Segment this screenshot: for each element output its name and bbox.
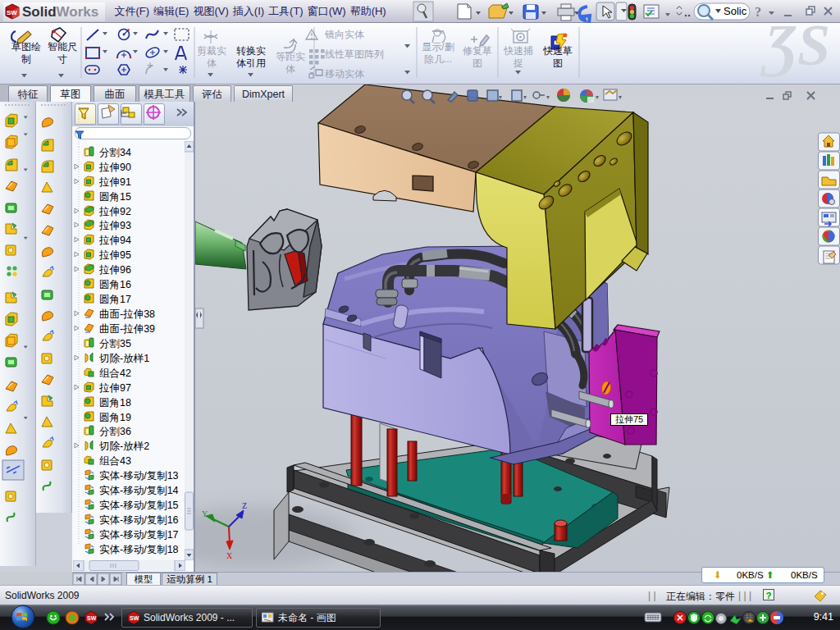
svg-text:实体-移动/复制17: 实体-移动/复制17 [99,529,179,541]
svg-text:分割35: 分割35 [99,338,131,349]
svg-text:SW: SW [87,615,97,621]
svg-text:拉伸91: 拉伸91 [98,176,131,188]
svg-text:拉伸96: 拉伸96 [98,264,131,276]
svg-text:圆角16: 圆角16 [99,279,131,290]
svg-text:切除-放样1: 切除-放样1 [98,353,149,364]
svg-text:圆角15: 圆角15 [99,191,131,203]
svg-text:拉伸90: 拉伸90 [98,162,131,173]
svg-text:SolidWorks: SolidWorks [22,4,98,20]
svg-text:分割34: 分割34 [99,147,131,158]
svg-text:拉伸92: 拉伸92 [98,206,131,217]
svg-text:拉伸97: 拉伸97 [98,382,131,394]
svg-text:曲面-拉伸38: 曲面-拉伸38 [99,308,155,320]
svg-text:实体-移动/复制14: 实体-移动/复制14 [99,485,179,496]
svg-text:实体-移动/复制18: 实体-移动/复制18 [99,544,179,555]
svg-text:圆角18: 圆角18 [99,397,131,409]
svg-text:?: ? [755,5,761,19]
svg-text:SW: SW [130,615,139,621]
svg-text:实体-移动/复制16: 实体-移动/复制16 [99,514,179,526]
svg-text:实体-移动/复制15: 实体-移动/复制15 [99,500,179,511]
svg-text:组合42: 组合42 [99,368,131,379]
svg-text:Solic: Solic [724,5,747,17]
svg-text:分割36: 分割36 [99,426,131,437]
svg-text:曲面-拉伸39: 曲面-拉伸39 [99,323,155,335]
svg-text:圆角19: 圆角19 [99,412,131,423]
svg-text:拉伸95: 拉伸95 [98,249,131,261]
svg-text:拉伸93: 拉伸93 [98,220,131,231]
svg-text:SW: SW [7,9,17,16]
svg-text:拉伸94: 拉伸94 [98,235,131,246]
svg-text:实体-移动/复制13: 实体-移动/复制13 [99,470,179,482]
svg-text:组合43: 组合43 [99,455,131,467]
svg-text:圆角17: 圆角17 [99,294,131,305]
svg-text:切除-放样2: 切除-放样2 [98,441,149,452]
